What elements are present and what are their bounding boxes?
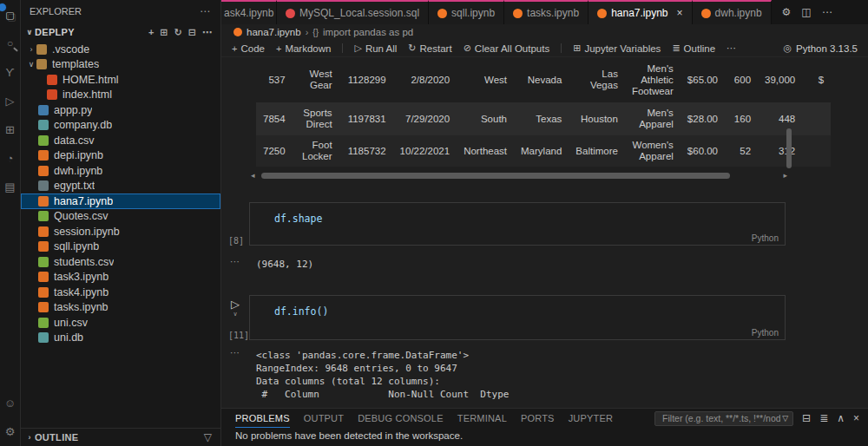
- run-cell-button[interactable]: ▷ ∨: [226, 299, 245, 318]
- cell-code[interactable]: df.shape: [250, 203, 785, 225]
- explorer-section-more-icon[interactable]: ⋯: [202, 27, 212, 38]
- tree-item-uni-db[interactable]: uni.db: [21, 331, 220, 346]
- restart-kernel-button[interactable]: ↻Restart: [408, 43, 451, 54]
- cell-editor[interactable]: df.shape Python: [249, 202, 786, 246]
- collapse-all-icon[interactable]: ⊟: [802, 413, 811, 423]
- new-folder-icon[interactable]: ⊞: [160, 27, 168, 38]
- tab-mysql-local-session-sql[interactable]: MySQL_Local.session.sql: [277, 0, 429, 24]
- cell-editor[interactable]: df.info() Python: [249, 295, 786, 340]
- tree-item-home-html[interactable]: HOME.html: [21, 72, 220, 88]
- search-icon[interactable]: ○: [3, 36, 18, 51]
- tree-item-appp-py[interactable]: appp.py: [21, 102, 220, 118]
- horizontal-scroll-track[interactable]: [258, 173, 781, 179]
- file-label: dwh.ipynb: [54, 165, 102, 177]
- tab-dwh-ipynb[interactable]: dwh.ipynb: [693, 0, 772, 24]
- kernel-picker[interactable]: ◎ Python 3.13.5: [783, 43, 858, 54]
- tab-tasks-ipynb[interactable]: tasks.ipynb: [504, 0, 589, 24]
- breadcrumb-file[interactable]: hana7.ipynb: [247, 27, 301, 37]
- tree-item-task4-ipynb[interactable]: task4.ipynb: [21, 285, 220, 300]
- panel-tab-ports[interactable]: PORTS: [521, 409, 555, 428]
- new-file-icon[interactable]: +: [148, 27, 154, 38]
- tree-item-dwh-ipynb[interactable]: dwh.ipynb: [21, 163, 220, 179]
- horizontal-scroll-thumb[interactable]: [261, 173, 730, 179]
- view-as-table-icon[interactable]: ≣: [819, 413, 828, 423]
- problems-message: No problems have been detected in the wo…: [235, 430, 463, 441]
- tree-item-task3-ipynb[interactable]: task3.ipynb: [21, 270, 220, 285]
- more-toolbar-actions-button[interactable]: ⋯: [727, 43, 736, 54]
- problems-filter-input[interactable]: [661, 412, 782, 424]
- panel-tab-debug-console[interactable]: DEBUG CONSOLE: [358, 409, 444, 428]
- outline-button[interactable]: ≣Outline: [672, 43, 715, 54]
- file-label: hana7.ipynb: [54, 195, 113, 207]
- tree-item-sqll-ipynb[interactable]: sqll.ipynb: [21, 239, 220, 255]
- panel-tab-terminal[interactable]: TERMINAL: [457, 409, 507, 428]
- close-panel-icon[interactable]: ×: [853, 413, 859, 423]
- tree-item-vscode[interactable]: ›.vscode: [21, 42, 220, 57]
- explorer-icon[interactable]: ▢: [3, 7, 18, 23]
- tab-hana7-ipynb[interactable]: hana7.ipynb×: [589, 0, 692, 24]
- clear-all-outputs-button[interactable]: ⊘Clear All Outputs: [464, 43, 550, 54]
- jupyter-variables-button[interactable]: ⊞Jupyter Variables: [573, 43, 661, 54]
- tree-item-depi-ipynb[interactable]: depi.ipynb: [21, 148, 220, 164]
- tree-item-templates[interactable]: ∨templates: [21, 57, 220, 73]
- panel-tab-output[interactable]: OUTPUT: [304, 409, 344, 428]
- tab-sqll-ipynb[interactable]: sqll.ipynb: [429, 0, 504, 24]
- outline-section-header[interactable]: › OUTLINE ▽: [21, 428, 220, 446]
- tab-label: MySQL_Local.session.sql: [299, 7, 419, 19]
- explorer-sidebar: EXPLORER ⋯ ∨ DEPLPY +⊞↻⊟⋯ ›.vscode∨templ…: [21, 0, 221, 446]
- tree-item-data-csv[interactable]: data.csv: [21, 133, 220, 148]
- settings-gear-icon[interactable]: ⚙: [3, 423, 18, 439]
- database-icon[interactable]: ▤: [3, 179, 18, 194]
- scroll-left-arrow-icon[interactable]: ◂: [251, 171, 255, 180]
- add-markdown-cell-button[interactable]: +Markdown: [276, 43, 332, 54]
- panel-tab-problems[interactable]: PROBLEMS: [235, 409, 290, 428]
- jupyter-icon[interactable]: ◔: [3, 150, 18, 166]
- run-all-button-icon: ▷: [354, 43, 361, 54]
- file-type-icon: [38, 180, 49, 191]
- cell-language-picker[interactable]: Python: [752, 328, 779, 338]
- tab-bar: ask4.ipynbMySQL_Local.session.sqlsqll.ip…: [221, 0, 868, 24]
- scroll-right-arrow-icon[interactable]: ▸: [783, 171, 787, 180]
- table-cell: Houston: [569, 102, 625, 135]
- collapse-folders-icon[interactable]: ⊟: [188, 27, 196, 38]
- maximize-panel-icon[interactable]: ∧: [837, 413, 845, 423]
- tree-item-index-html[interactable]: index.html: [21, 88, 220, 103]
- split-editor-icon[interactable]: ◫: [801, 6, 811, 18]
- cell-language-picker[interactable]: Python: [752, 233, 779, 243]
- tree-item-uni-csv[interactable]: uni.csv: [21, 315, 220, 331]
- tree-item-hana7-ipynb[interactable]: hana7.ipynb: [21, 193, 220, 209]
- table-cell: 52: [725, 135, 758, 167]
- more-actions-icon[interactable]: ⋯: [822, 6, 832, 18]
- breadcrumb-symbol[interactable]: import pandas as pd: [323, 27, 413, 37]
- tab-ask4-ipynb[interactable]: ask4.ipynb: [221, 0, 277, 24]
- output-options-icon[interactable]: ⋯: [230, 256, 240, 267]
- project-section-header[interactable]: ∨ DEPLPY +⊞↻⊟⋯: [21, 23, 220, 42]
- tree-item-quotes-csv[interactable]: Quotes.csv: [21, 209, 220, 225]
- panel-tab-jupyter[interactable]: JUPYTER: [569, 409, 614, 428]
- table-cell: 7/29/2020: [393, 102, 457, 135]
- cell-code[interactable]: df.info(): [250, 296, 785, 318]
- refresh-explorer-icon[interactable]: ↻: [174, 27, 182, 38]
- run-and-debug-icon[interactable]: ▷: [3, 93, 18, 108]
- close-icon[interactable]: ×: [677, 8, 683, 18]
- table-vertical-scrollbar[interactable]: [786, 128, 792, 168]
- tree-item-tasks-ipynb[interactable]: tasks.ipynb: [21, 300, 220, 316]
- tree-item-egypt-txt[interactable]: egypt.txt: [21, 179, 220, 194]
- account-icon[interactable]: ☺: [3, 395, 18, 410]
- chevron-right-icon: ›: [26, 45, 36, 54]
- kernel-icon: ◎: [783, 43, 792, 54]
- tree-item-company-db[interactable]: company.db: [21, 118, 220, 134]
- tree-item-students-csv[interactable]: students.csv: [21, 254, 220, 270]
- extensions-icon[interactable]: ⊞: [3, 121, 18, 137]
- add-code-cell-button[interactable]: +Code: [232, 43, 265, 54]
- output-options-icon[interactable]: ⋯: [230, 347, 240, 358]
- table-cell: West Gear: [293, 57, 339, 102]
- settings-gear-icon[interactable]: ⚙: [782, 6, 792, 18]
- run-all-button[interactable]: ▷Run All: [354, 43, 397, 54]
- tree-item-session-ipynb[interactable]: session.ipynb: [21, 224, 220, 239]
- source-control-icon[interactable]: ϒ: [3, 64, 18, 80]
- code-cell-1: [8] df.shape Python: [221, 202, 868, 246]
- outline-filter-icon[interactable]: ▽: [204, 431, 212, 443]
- explorer-more-actions-icon[interactable]: ⋯: [200, 5, 210, 17]
- vertical-scroll-thumb[interactable]: [786, 128, 792, 168]
